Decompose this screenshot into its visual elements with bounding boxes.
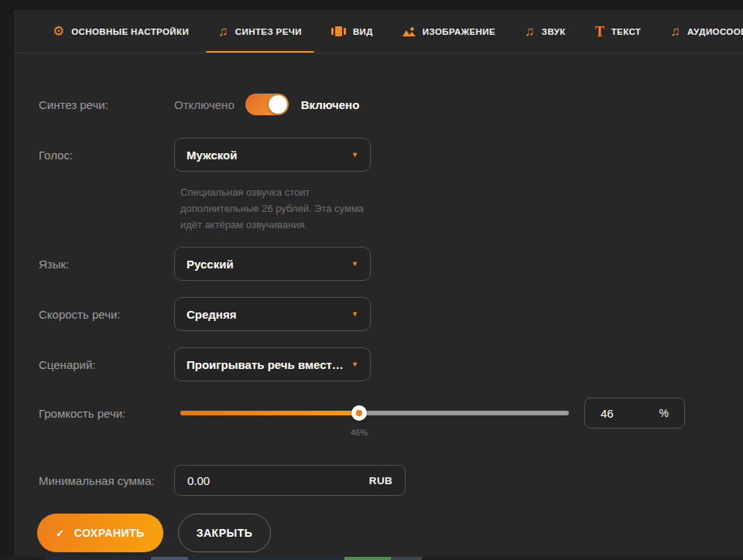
tab-view[interactable]: ВИД: [319, 10, 385, 53]
strip-segment: [344, 557, 391, 560]
taskbar-strip: [0, 557, 743, 560]
check-icon: ✓: [56, 528, 64, 539]
min-amount-label: Минимальная сумма:: [39, 474, 174, 487]
volume-unit: %: [659, 407, 669, 419]
synthesis-label: Синтез речи:: [39, 98, 174, 111]
tab-main-settings[interactable]: ⚙ ОСНОВНЫЕ НАСТРОЙКИ: [40, 10, 201, 53]
voice-help-text: Специальная озвучка стоит дополнительные…: [180, 184, 385, 233]
voice-value: Мужской: [187, 149, 238, 162]
tab-label: АУДИОСООБЩ: [687, 27, 743, 36]
volume-row: Громкость речи: 46% %: [39, 398, 743, 429]
toggle-knob[interactable]: [269, 95, 287, 114]
scenario-label: Сценарий:: [39, 358, 174, 371]
scenario-row: Сценарий: Проигрывать речь вместо ... ▼: [39, 347, 743, 381]
tab-label: СИНТЕЗ РЕЧИ: [235, 27, 302, 36]
language-value: Русский: [187, 258, 234, 271]
volume-label: Громкость речи:: [39, 407, 174, 420]
music-note-icon: ♫: [525, 25, 535, 38]
close-button-label: ЗАКРЫТЬ: [197, 527, 253, 539]
text-icon: T: [595, 25, 604, 39]
volume-slider-knob[interactable]: [351, 405, 367, 421]
strip-segment: [391, 557, 422, 560]
language-row: Язык: Русский ▼: [39, 247, 743, 281]
volume-slider[interactable]: 46%: [180, 398, 569, 429]
scenario-dropdown[interactable]: Проигрывать речь вместо ... ▼: [174, 347, 371, 381]
strip-segment: [151, 557, 188, 560]
tab-label: ТЕКСТ: [611, 27, 642, 36]
synthesis-toggle[interactable]: [245, 94, 289, 115]
min-amount-input[interactable]: [187, 474, 327, 487]
voice-row: Голос: Мужской ▼: [39, 138, 743, 172]
carousel-icon: [331, 26, 346, 36]
toggle-off-label: Отключено: [174, 98, 235, 111]
language-dropdown[interactable]: Русский ▼: [174, 247, 371, 281]
toggle-on-label: Включено: [301, 98, 360, 111]
volume-tick-label: 46%: [351, 428, 368, 437]
volume-slider-fill: [180, 411, 359, 415]
chevron-down-icon: ▼: [351, 361, 358, 368]
tab-image[interactable]: ИЗОБРАЖЕНИЕ: [390, 10, 508, 53]
speed-row: Скорость речи: Средняя ▼: [39, 297, 743, 331]
tab-sound[interactable]: ♫ ЗВУК: [512, 10, 578, 53]
scenario-value: Проигрывать речь вместо ...: [187, 358, 345, 371]
settings-panel: ⚙ ОСНОВНЫЕ НАСТРОЙКИ ♫ СИНТЕЗ РЕЧИ ВИД И…: [14, 10, 743, 557]
tab-label: ОСНОВНЫЕ НАСТРОЙКИ: [71, 27, 189, 36]
speed-label: Скорость речи:: [39, 308, 174, 321]
image-icon: [402, 26, 416, 37]
settings-content: Синтез речи: Отключено Включено Голос: М…: [14, 54, 743, 557]
tab-label: ВИД: [353, 27, 373, 36]
gear-icon: ⚙: [53, 25, 64, 38]
tab-speech-synthesis[interactable]: ♫ СИНТЕЗ РЕЧИ: [206, 10, 314, 53]
actions-row: ✓ СОХРАНИТЬ ЗАКРЫТЬ: [37, 514, 271, 552]
save-button-label: СОХРАНИТЬ: [74, 527, 145, 539]
music-note-icon: ♫: [218, 25, 228, 38]
currency-label: RUB: [369, 475, 392, 487]
language-label: Язык:: [39, 258, 174, 271]
chevron-down-icon: ▼: [351, 311, 358, 318]
chevron-down-icon: ▼: [351, 152, 358, 159]
speed-dropdown[interactable]: Средняя ▼: [174, 297, 371, 331]
speed-value: Средняя: [187, 308, 236, 321]
min-amount-box: RUB: [174, 465, 406, 496]
tab-audio-messages[interactable]: ♫ АУДИОСООБЩ: [658, 10, 743, 53]
volume-value-input[interactable]: [601, 407, 633, 420]
tab-label: ЗВУК: [542, 27, 566, 36]
min-amount-row: Минимальная сумма: RUB: [39, 465, 743, 496]
save-button[interactable]: ✓ СОХРАНИТЬ: [37, 514, 163, 552]
volume-value-box: %: [584, 398, 685, 429]
settings-tabs-bar: ⚙ ОСНОВНЫЕ НАСТРОЙКИ ♫ СИНТЕЗ РЕЧИ ВИД И…: [14, 10, 743, 53]
chevron-down-icon: ▼: [351, 261, 358, 268]
voice-label: Голос:: [39, 149, 174, 162]
tab-text[interactable]: T ТЕКСТ: [583, 10, 654, 53]
synthesis-toggle-row: Синтез речи: Отключено Включено: [39, 94, 743, 115]
voice-dropdown[interactable]: Мужской ▼: [174, 138, 371, 172]
close-button[interactable]: ЗАКРЫТЬ: [178, 514, 271, 552]
strip-segment: [46, 557, 344, 560]
tab-label: ИЗОБРАЖЕНИЕ: [423, 27, 495, 36]
music-note-icon: ♫: [670, 25, 680, 38]
